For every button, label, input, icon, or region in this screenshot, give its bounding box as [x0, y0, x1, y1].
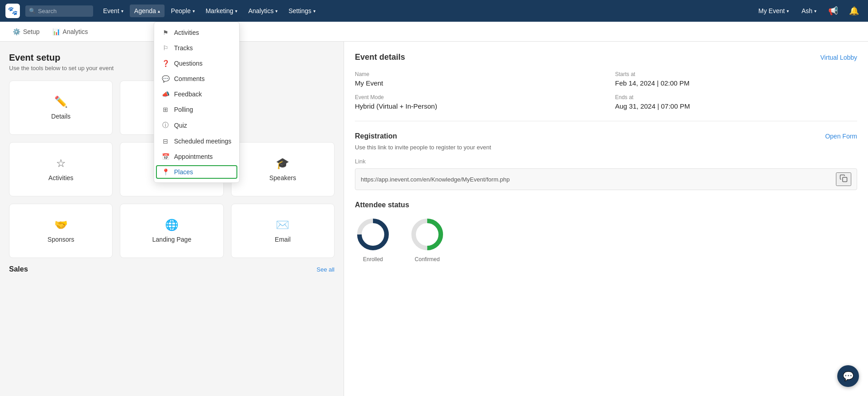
pencil-icon: ✏️: [54, 95, 68, 108]
nav-analytics[interactable]: Analytics ▾: [244, 5, 282, 17]
event-starts-at-item: Starts at Feb 14, 2024 | 02:00 PM: [615, 71, 858, 87]
registration-header: Registration Open Form: [355, 132, 857, 140]
tracks-icon: ⚐: [161, 44, 170, 52]
nav-right-section: My Event ▾ Ash ▾ 📢 🔔: [754, 4, 863, 18]
card-details[interactable]: ✏️ Details: [9, 81, 113, 135]
card-activities[interactable]: ☆ Activities: [9, 142, 113, 196]
chevron-down-icon: ▾: [193, 9, 195, 14]
chevron-down-icon: ▾: [814, 9, 816, 14]
speakers-icon: 🎓: [276, 157, 289, 170]
attendee-status-charts: Enrolled Confirmed: [355, 216, 857, 262]
notifications-icon[interactable]: 🔔: [845, 4, 863, 18]
chevron-down-icon: ▾: [787, 9, 789, 14]
agenda-dropdown-menu: ⚑ Activities ⚐ Tracks ❓ Questions 💬 Comm…: [154, 42, 240, 183]
dropdown-tracks[interactable]: ⚐ Tracks: [154, 42, 239, 56]
dropdown-quiz[interactable]: ⓘ Quiz: [154, 117, 239, 134]
chevron-down-icon: ▾: [275, 9, 278, 14]
quiz-icon: ⓘ: [161, 121, 170, 129]
dropdown-questions[interactable]: ❓ Questions: [154, 56, 239, 71]
attendee-status-title: Attendee status: [355, 201, 857, 209]
chart-enrolled: Enrolled: [355, 216, 391, 262]
question-icon: ❓: [161, 60, 170, 67]
card-landing-page[interactable]: 🌐 Landing Page: [120, 204, 223, 258]
dropdown-comments[interactable]: 💬 Comments: [154, 71, 239, 86]
chart-enrolled-label: Enrolled: [363, 256, 383, 262]
dropdown-feedback[interactable]: 📣 Feedback: [154, 86, 239, 102]
chevron-down-icon: ▾: [313, 9, 316, 14]
nav-settings[interactable]: Settings ▾: [284, 5, 320, 17]
nav-agenda[interactable]: Agenda ▴: [130, 5, 165, 17]
analytics-icon: 📊: [52, 28, 60, 35]
chart-confirmed-label: Confirmed: [415, 256, 439, 262]
globe-icon: 🌐: [165, 219, 179, 231]
sales-section-header: Sales See all: [9, 265, 335, 273]
feedback-icon: 📣: [161, 91, 170, 98]
nav-event[interactable]: Event ▾: [99, 5, 128, 17]
open-form-link[interactable]: Open Form: [825, 133, 857, 140]
event-details-title: Event details: [355, 52, 405, 62]
cards-row-3: 🤝 Sponsors 🌐 Landing Page ✉️ Email: [9, 204, 335, 258]
virtual-lobby-link[interactable]: Virtual Lobby: [821, 54, 857, 61]
gear-icon: ⚙️: [13, 28, 20, 35]
location-pin-icon: 📍: [161, 168, 170, 176]
nav-marketing[interactable]: Marketing ▾: [201, 5, 242, 17]
polling-icon: ⊞: [161, 106, 170, 113]
card-sponsors[interactable]: 🤝 Sponsors: [9, 204, 113, 258]
comment-icon: 💬: [161, 75, 170, 82]
donut-chart-confirmed: [409, 216, 445, 253]
appointments-icon: 📅: [161, 153, 170, 160]
dropdown-places[interactable]: 📍 Places: [156, 165, 237, 179]
card-email[interactable]: ✉️ Email: [231, 204, 335, 258]
copy-link-button[interactable]: [836, 172, 851, 186]
my-event-selector[interactable]: My Event ▾: [754, 5, 793, 17]
registration-subtitle: Use this link to invite people to regist…: [355, 144, 857, 151]
sales-title: Sales: [9, 265, 28, 273]
sponsors-icon: 🤝: [54, 219, 68, 231]
dropdown-polling[interactable]: ⊞ Polling: [154, 102, 239, 117]
event-name-item: Name My Event: [355, 71, 597, 87]
star-icon: ☆: [56, 157, 66, 170]
dropdown-scheduled-meetings[interactable]: ⊟ Scheduled meetings: [154, 134, 239, 149]
event-mode-item: Event Mode Hybrid (Virtual + In-Person): [355, 94, 597, 110]
event-details-grid: Name My Event Starts at Feb 14, 2024 | 0…: [355, 71, 857, 121]
event-ends-at-item: Ends at Aug 31, 2024 | 07:00 PM: [615, 94, 858, 110]
search-icon: 🔍: [29, 8, 36, 14]
sales-see-all[interactable]: See all: [316, 266, 335, 273]
chevron-up-icon: ▴: [158, 9, 160, 14]
app-logo[interactable]: 🐾: [5, 4, 20, 18]
event-details-header: Event details Virtual Lobby: [355, 52, 857, 62]
donut-chart-enrolled: [355, 216, 391, 253]
sub-nav-analytics[interactable]: 📊 Analytics: [47, 24, 94, 39]
registration-title: Registration: [355, 132, 397, 140]
svg-rect-3: [843, 177, 847, 182]
right-panel: Event details Virtual Lobby Name My Even…: [344, 42, 868, 396]
registration-link-box: https://app.inevent.com/en/Knowledge/MyE…: [355, 168, 857, 190]
chart-confirmed: Confirmed: [409, 216, 445, 262]
link-label: Link: [355, 158, 857, 165]
card-speakers[interactable]: 🎓 Speakers: [231, 142, 335, 196]
chat-button[interactable]: 💬: [837, 365, 859, 387]
search-wrapper: 🔍: [25, 5, 93, 17]
sub-navigation: ⚙️ Setup 📊 Analytics: [0, 22, 868, 42]
top-navigation: 🐾 🔍 Event ▾ Agenda ▴ People ▾ Marketing …: [0, 0, 868, 22]
registration-link-text: https://app.inevent.com/en/Knowledge/MyE…: [361, 176, 836, 183]
chevron-down-icon: ▾: [121, 9, 123, 14]
nav-people[interactable]: People ▾: [166, 5, 199, 17]
scheduled-meetings-icon: ⊟: [161, 138, 170, 145]
chat-icon: 💬: [843, 371, 854, 382]
email-icon: ✉️: [276, 219, 289, 231]
megaphone-icon[interactable]: 📢: [825, 4, 842, 18]
logo-icon: 🐾: [8, 6, 18, 16]
sub-nav-setup[interactable]: ⚙️ Setup: [7, 24, 45, 39]
dropdown-appointments[interactable]: 📅 Appointments: [154, 149, 239, 164]
main-layout: Event setup Use the tools below to set u…: [0, 42, 868, 396]
chevron-down-icon: ▾: [235, 9, 237, 14]
user-menu[interactable]: Ash ▾: [797, 5, 821, 17]
